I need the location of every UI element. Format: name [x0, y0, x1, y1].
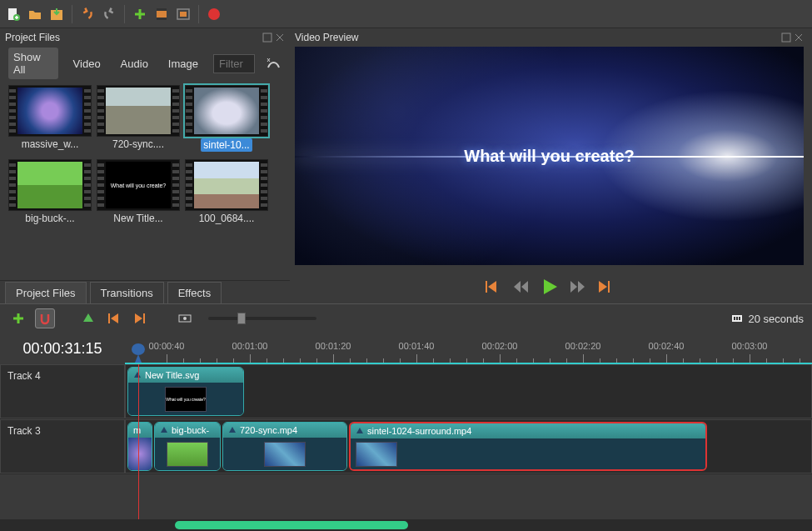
thumb-item[interactable]: sintel-10...	[185, 85, 268, 154]
import-files-icon[interactable]	[130, 4, 150, 24]
clip-item[interactable]: sintel-1024-surround.mp4	[349, 422, 707, 471]
playhead-icon[interactable]	[130, 343, 147, 364]
jump-start-icon[interactable]	[485, 280, 501, 293]
add-marker-icon[interactable]	[78, 308, 98, 328]
svg-rect-10	[782, 33, 790, 42]
clip-item[interactable]: New Title.svg What will you create?	[127, 367, 244, 416]
svg-rect-20	[739, 317, 740, 320]
thumb-label: New Title...	[97, 213, 180, 224]
detach-icon[interactable]	[262, 33, 272, 43]
redo-icon[interactable]	[99, 4, 119, 24]
track-lane[interactable]: m big-buck- 720-sync.mp4 sintel-1024-sur…	[125, 419, 812, 473]
zoom-slider[interactable]	[208, 317, 316, 320]
play-icon[interactable]	[541, 278, 558, 295]
close-panel-icon[interactable]	[794, 33, 804, 43]
filter-audio[interactable]: Audio	[116, 54, 153, 73]
clip-item[interactable]: m	[127, 422, 152, 471]
timecode-display: 00:00:31:15	[0, 333, 125, 364]
close-panel-icon[interactable]	[275, 33, 285, 43]
center-playhead-icon[interactable]	[175, 308, 195, 328]
track-lane[interactable]: New Title.svg What will you create?	[125, 364, 812, 418]
video-preview[interactable]: What will you create?	[295, 47, 804, 265]
svg-rect-18	[734, 317, 735, 320]
save-project-icon[interactable]	[47, 4, 67, 24]
timeline-ruler[interactable]: 00:00:4000:01:0000:01:2000:01:4000:02:00…	[125, 333, 812, 364]
prev-marker-icon[interactable]	[105, 308, 125, 328]
main-toolbar	[0, 0, 812, 28]
svg-point-21	[132, 343, 145, 355]
jump-end-icon[interactable]	[598, 280, 615, 293]
zoom-scale-icon[interactable]	[730, 312, 744, 325]
filter-video[interactable]: Video	[68, 54, 106, 73]
next-marker-icon[interactable]	[132, 308, 152, 328]
thumb-label: 100_0684....	[185, 213, 268, 224]
thumb-label: big-buck-...	[8, 213, 92, 224]
track-header[interactable]: Track 3	[0, 419, 125, 473]
zoom-label: 20 seconds	[749, 313, 805, 325]
thumb-item[interactable]: What will you create? New Title...	[97, 159, 180, 224]
snap-icon[interactable]	[35, 308, 55, 328]
svg-point-16	[183, 317, 187, 320]
timeline-scrollbar[interactable]	[0, 519, 812, 531]
playback-controls	[290, 270, 809, 303]
filter-show-all[interactable]: Show All	[8, 48, 58, 79]
fast-forward-icon[interactable]	[570, 280, 586, 293]
svg-rect-4	[157, 8, 167, 11]
thumb-label: 720-sync....	[97, 138, 180, 150]
thumb-item[interactable]: big-buck-...	[8, 159, 92, 224]
timeline: 20 seconds 00:00:31:15 00:00:4000:01:000…	[0, 303, 812, 531]
svg-rect-12	[608, 281, 610, 293]
track-header[interactable]: Track 4	[0, 364, 125, 418]
svg-rect-5	[157, 18, 167, 20]
thumb-label: sintel-10...	[201, 138, 252, 152]
thumb-item[interactable]: 720-sync....	[97, 85, 180, 154]
video-preview-panel: Video Preview What will you create?	[290, 28, 812, 303]
thumb-label: massive_w...	[8, 138, 92, 150]
clear-filter-icon[interactable]	[265, 55, 281, 72]
svg-point-8	[208, 8, 220, 20]
tab-effects[interactable]: Effects	[167, 282, 222, 303]
fullscreen-icon[interactable]	[173, 4, 193, 24]
clip-item[interactable]: big-buck-	[154, 422, 221, 471]
tab-transitions[interactable]: Transitions	[90, 282, 164, 303]
add-track-icon[interactable]	[8, 308, 28, 328]
project-files-title: Project Files	[5, 32, 60, 43]
filter-input[interactable]	[213, 54, 255, 73]
detach-icon[interactable]	[781, 33, 791, 43]
svg-rect-7	[180, 12, 187, 17]
project-files-panel: Project Files Show All Video Audio Image…	[0, 28, 290, 303]
thumb-item[interactable]: massive_w...	[8, 85, 92, 154]
choose-profile-icon[interactable]	[152, 4, 172, 24]
thumb-item[interactable]: 100_0684....	[185, 159, 268, 224]
svg-rect-19	[736, 317, 738, 320]
new-project-icon[interactable]	[3, 4, 23, 24]
rewind-icon[interactable]	[513, 280, 530, 293]
thumbnail-grid: massive_w... 720-sync.... sintel-10...	[0, 80, 290, 280]
export-icon[interactable]	[204, 4, 224, 24]
open-project-icon[interactable]	[25, 4, 45, 24]
track-row: Track 3 m big-buck- 720-sync.mp4 sintel-…	[0, 419, 812, 474]
filter-image[interactable]: Image	[163, 54, 203, 73]
tab-project-files[interactable]: Project Files	[5, 282, 87, 303]
video-preview-title: Video Preview	[295, 32, 359, 43]
track-row: Track 4 New Title.svg What will you crea…	[0, 364, 812, 419]
svg-rect-11	[486, 281, 487, 293]
undo-icon[interactable]	[77, 4, 97, 24]
clip-item[interactable]: 720-sync.mp4	[222, 422, 347, 471]
playhead-line	[138, 364, 139, 519]
svg-rect-9	[263, 33, 271, 42]
svg-rect-13	[108, 313, 110, 323]
svg-rect-14	[143, 313, 145, 323]
preview-overlay-text: What will you create?	[464, 147, 634, 166]
